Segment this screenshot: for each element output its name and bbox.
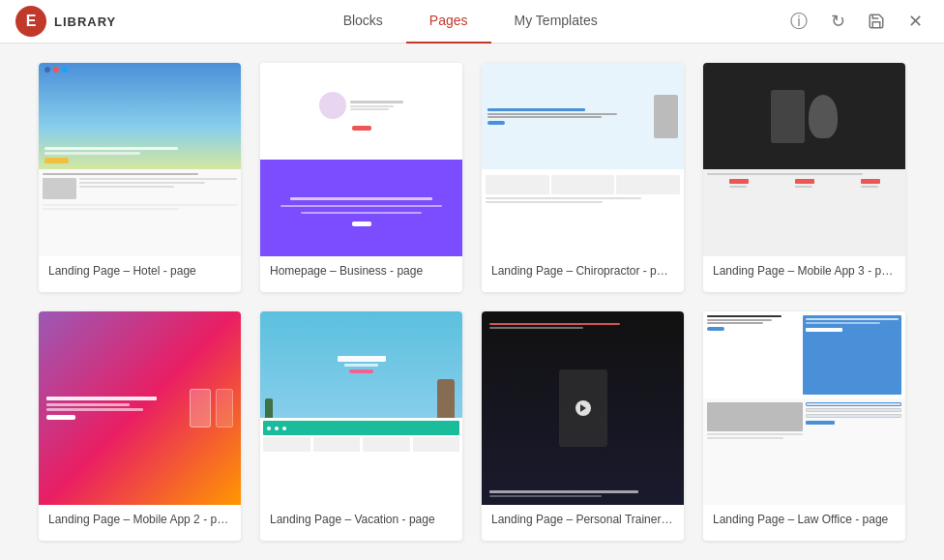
save-icon[interactable] <box>863 8 890 35</box>
card-thumbnail-hotel <box>39 63 241 256</box>
template-card-business[interactable]: Homepage – Business - page <box>260 63 462 292</box>
nav-tabs: Blocks Pages My Templates <box>155 0 785 44</box>
template-card-hotel[interactable]: Landing Page – Hotel - page <box>39 63 241 292</box>
template-card-mobileapp3[interactable]: PRO <box>703 63 905 292</box>
card-label-personaltrainer: Landing Page – Personal Trainer – ... <box>482 505 684 534</box>
card-thumbnail-chiropractor: PRO <box>482 63 684 256</box>
card-thumbnail-mobileapp3: PRO <box>703 63 905 256</box>
logo-text: LIBRARY <box>54 15 116 29</box>
template-card-chiropractor[interactable]: PRO <box>482 63 684 292</box>
template-card-vacation[interactable]: Landing Page – Vacation - page <box>260 311 462 541</box>
card-thumbnail-mobileapp2: PRO <box>39 311 241 505</box>
refresh-icon[interactable]: ↻ <box>824 8 851 35</box>
tab-pages[interactable]: Pages <box>406 0 491 44</box>
card-label-vacation: Landing Page – Vacation - page <box>260 505 462 534</box>
logo-icon: E <box>15 6 46 37</box>
close-icon[interactable]: ✕ <box>901 8 929 35</box>
card-label-mobileapp3: Landing Page – Mobile App 3 - page <box>703 256 905 285</box>
header: E LIBRARY Blocks Pages My Templates ⓘ ↻ … <box>0 0 944 44</box>
card-label-chiropractor: Landing Page – Chiropractor - page <box>482 256 684 285</box>
tab-blocks[interactable]: Blocks <box>320 0 406 44</box>
card-label-lawoffice: Landing Page – Law Office - page <box>703 505 905 534</box>
template-card-mobileapp2[interactable]: PRO Landing Page – Mobile App 2 - page <box>39 311 241 541</box>
card-label-business: Homepage – Business - page <box>260 256 462 285</box>
card-label-hotel: Landing Page – Hotel - page <box>39 256 241 285</box>
template-card-lawoffice[interactable]: PRO <box>703 311 905 541</box>
card-thumbnail-business <box>260 63 462 256</box>
header-actions: ⓘ ↻ ✕ <box>785 8 929 35</box>
template-card-personaltrainer[interactable]: PRO Landing Page <box>482 311 684 541</box>
card-thumbnail-vacation <box>260 311 462 505</box>
tab-my-templates[interactable]: My Templates <box>491 0 621 44</box>
card-thumbnail-personaltrainer: PRO <box>482 311 684 505</box>
info-icon[interactable]: ⓘ <box>785 8 812 35</box>
card-thumbnail-lawoffice: PRO <box>703 311 905 505</box>
template-grid: Landing Page – Hotel - page <box>0 44 944 560</box>
card-label-mobileapp2: Landing Page – Mobile App 2 - page <box>39 505 241 534</box>
